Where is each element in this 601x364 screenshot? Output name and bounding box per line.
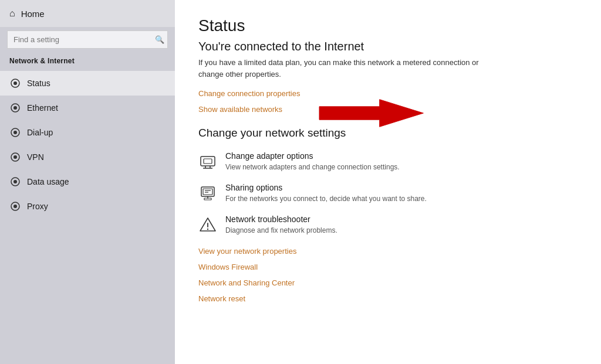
search-button[interactable]: 🔍 — [155, 35, 164, 44]
svg-point-1 — [13, 81, 17, 85]
sidebar-item-ethernet[interactable]: Ethernet — [0, 96, 175, 120]
vpn-icon — [9, 151, 21, 163]
adapter-desc: View network adapters and change connect… — [225, 162, 400, 172]
troubleshooter-desc: Diagnose and fix network problems. — [225, 226, 337, 236]
sharing-desc: For the networks you connect to, decide … — [225, 194, 427, 204]
svg-rect-14 — [204, 159, 212, 164]
bottom-links: View your network properties Windows Fir… — [198, 247, 578, 303]
main-content: Status You're connected to the Internet … — [175, 0, 601, 364]
windows-firewall-link[interactable]: Windows Firewall — [198, 263, 578, 271]
show-networks-container: Show available networks — [198, 105, 282, 114]
sidebar-item-dialup[interactable]: Dial-up — [0, 120, 175, 145]
sidebar-section-title: Network & Internet — [0, 55, 175, 71]
sharing-title: Sharing options — [225, 183, 427, 192]
datausage-icon — [9, 176, 21, 188]
home-label: Home — [21, 9, 45, 19]
red-arrow-annotation — [304, 97, 433, 130]
troubleshooter-title: Network troubleshooter — [225, 215, 337, 224]
svg-rect-21 — [204, 198, 211, 200]
sidebar: ⌂ Home 🔍 Network & Internet Status — [0, 0, 175, 364]
sidebar-item-vpn[interactable]: VPN — [0, 145, 175, 169]
settings-item-adapter[interactable]: Change adapter options View network adap… — [198, 151, 578, 172]
dialup-icon — [9, 127, 21, 138]
svg-point-9 — [13, 180, 17, 183]
sidebar-nav: Status Ethernet Dial-up — [0, 71, 175, 219]
sidebar-item-dialup-label: Dial-up — [27, 128, 53, 137]
settings-item-sharing[interactable]: Sharing options For the networks you con… — [198, 183, 578, 204]
sidebar-item-datausage-label: Data usage — [27, 177, 69, 186]
sidebar-item-ethernet-label: Ethernet — [27, 103, 58, 113]
search-box: 🔍 — [7, 30, 168, 49]
sidebar-item-proxy-label: Proxy — [27, 202, 48, 211]
network-reset-link[interactable]: Network reset — [198, 294, 578, 303]
sharing-icon — [198, 183, 217, 202]
settings-list: Change adapter options View network adap… — [198, 151, 578, 235]
settings-item-troubleshooter[interactable]: Network troubleshooter Diagnose and fix … — [198, 215, 578, 236]
show-networks-link[interactable]: Show available networks — [198, 105, 282, 114]
sidebar-item-vpn-label: VPN — [27, 152, 44, 162]
status-icon — [9, 77, 21, 89]
home-icon: ⌂ — [9, 8, 15, 19]
proxy-icon — [9, 200, 21, 212]
status-description: If you have a limited data plan, you can… — [198, 57, 480, 80]
view-network-properties-link[interactable]: View your network properties — [198, 247, 578, 256]
adapter-title: Change adapter options — [225, 151, 400, 161]
sidebar-item-status-label: Status — [27, 79, 50, 88]
svg-point-26 — [207, 228, 208, 229]
connected-status: You're connected to the Internet — [198, 40, 578, 53]
svg-point-7 — [13, 155, 17, 159]
svg-marker-12 — [319, 100, 423, 127]
sidebar-item-datausage[interactable]: Data usage — [0, 169, 175, 194]
sidebar-item-status[interactable]: Status — [0, 71, 175, 96]
svg-rect-13 — [201, 157, 215, 166]
svg-point-5 — [13, 131, 17, 134]
page-title: Status — [198, 16, 578, 35]
adapter-icon — [198, 152, 217, 171]
ethernet-icon — [9, 102, 21, 114]
svg-rect-19 — [203, 189, 212, 195]
sidebar-item-proxy[interactable]: Proxy — [0, 194, 175, 219]
network-sharing-center-link[interactable]: Network and Sharing Center — [198, 278, 578, 287]
sidebar-home-button[interactable]: ⌂ Home — [0, 0, 175, 27]
troubleshooter-icon — [198, 215, 217, 234]
svg-point-11 — [13, 205, 17, 208]
search-input[interactable] — [7, 30, 168, 49]
svg-point-3 — [13, 106, 17, 110]
